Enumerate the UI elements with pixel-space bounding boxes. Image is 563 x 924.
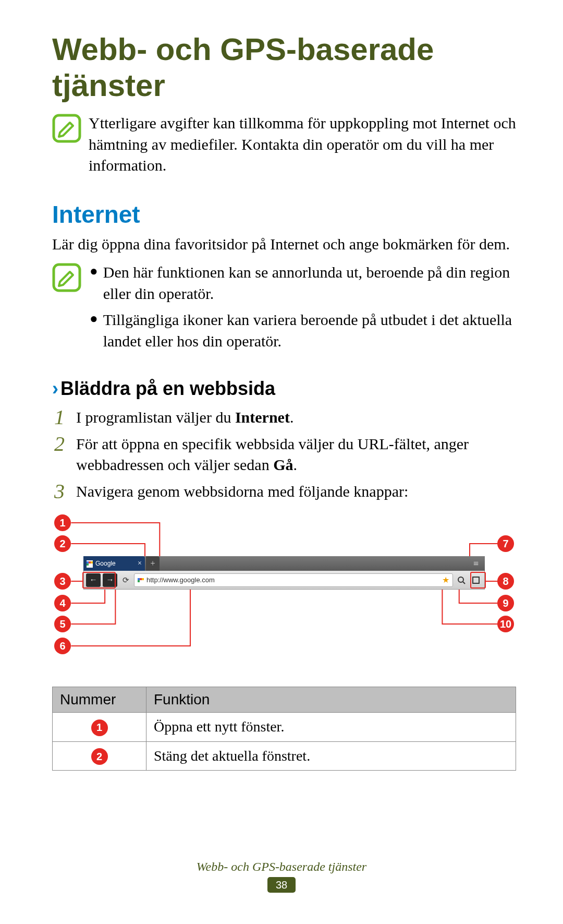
fullscreen-icon[interactable] [470,574,482,586]
svg-point-12 [458,577,463,582]
callout-3: 3 [54,573,71,590]
sub-heading-text: Bläddra på en webbsida [60,378,275,399]
chevron-icon: › [52,378,58,399]
callout-10: 10 [497,616,514,632]
bullet-list: ● Den här funktionen kan se annorlunda u… [89,262,516,357]
address-row: ← → ⟳ http://www.google.com ★ [83,571,485,590]
note-icon [52,114,81,145]
browser-tab[interactable]: Google × [83,556,145,571]
step-number: 1 [52,407,67,428]
menu-icon[interactable]: ≡ [467,556,485,571]
refresh-button[interactable]: ⟳ [119,574,132,586]
bullet-text: Den här funktionen kan se annorlunda ut,… [103,262,516,304]
note-block-2: ● Den här funktionen kan se annorlunda u… [52,262,516,357]
close-icon[interactable]: × [138,559,142,568]
svg-rect-5 [91,561,93,563]
callout-1: 1 [54,514,71,531]
svg-rect-11 [138,580,140,582]
callout-5: 5 [54,616,71,632]
bookmark-star-icon[interactable]: ★ [442,575,449,585]
callout-9: 9 [497,595,514,611]
table-header-number: Nummer [53,687,146,713]
row-badge: 2 [91,748,108,765]
tab-label: Google [95,560,135,567]
table-row: 2 Stäng det aktuella fönstret. [53,741,516,771]
url-field[interactable]: http://www.google.com ★ [134,573,453,587]
callout-7: 7 [497,535,514,552]
step-number: 2 [52,434,67,454]
svg-rect-0 [54,115,80,141]
step-number: 3 [52,481,67,502]
note-block-1: Ytterligare avgifter kan tillkomma för u… [52,113,516,176]
favicon-icon [87,560,93,567]
step-list: 1 I programlistan väljer du Internet. 2 … [52,407,516,502]
browser-bar: Google × + ≡ ← → ⟳ http://www.google.com… [83,556,485,590]
svg-rect-3 [87,561,89,563]
favicon-icon [138,577,144,583]
svg-line-13 [463,582,465,584]
function-table: Nummer Funktion 1 Öppna ett nytt fönster… [52,687,516,771]
url-text: http://www.google.com [146,576,439,584]
callout-2: 2 [54,535,71,552]
table-row: 1 Öppna ett nytt fönster. [53,713,516,742]
page-title: Webb- och GPS-baserade tjänster [52,31,516,103]
step-text: För att öppna en specifik webbsida välje… [76,434,516,476]
table-header-function: Funktion [146,687,516,713]
svg-rect-1 [54,265,80,291]
row-function: Stäng det aktuella fönstret. [146,741,516,771]
callout-8: 8 [497,573,514,590]
bullet-text: Tillgängliga ikoner kan variera beroende… [103,309,516,352]
svg-rect-10 [142,578,144,580]
step-item: 3 Navigera genom webbsidorna med följand… [52,481,516,502]
bullet-icon: ● [89,309,98,328]
note-text-1: Ytterligare avgifter kan tillkomma för u… [89,113,516,176]
sub-heading: ›Bläddra på en webbsida [52,378,516,400]
list-item: ● Den här funktionen kan se annorlunda u… [89,262,516,304]
step-text: Navigera genom webbsidorna med följande … [76,481,408,502]
svg-rect-14 [473,577,479,583]
callout-4: 4 [54,595,71,611]
svg-rect-6 [87,563,89,566]
step-item: 2 För att öppna en specifik webbsida väl… [52,434,516,476]
bullet-icon: ● [89,262,98,281]
intro-text: Lär dig öppna dina favoritsidor på Inter… [52,234,516,255]
browser-diagram: 1 2 3 4 5 6 7 8 9 10 Google × + ≡ ← [52,514,516,671]
note-icon [52,263,81,294]
row-function: Öppna ett nytt fönster. [146,713,516,742]
list-item: ● Tillgängliga ikoner kan variera beroen… [89,309,516,352]
row-badge: 1 [91,719,108,736]
tab-row: Google × + ≡ [83,556,485,571]
back-button[interactable]: ← [86,573,101,587]
page-footer: Webb- och GPS-baserade tjänster 38 [0,860,563,893]
step-text: I programlistan väljer du Internet. [76,407,293,428]
step-item: 1 I programlistan väljer du Internet. [52,407,516,428]
forward-button[interactable]: → [103,573,117,587]
footer-title: Webb- och GPS-baserade tjänster [0,860,563,874]
new-tab-button[interactable]: + [146,556,160,571]
search-icon[interactable] [455,574,468,586]
svg-rect-8 [138,578,140,580]
callout-6: 6 [54,638,71,654]
svg-rect-9 [140,578,142,580]
section-title: Internet [52,200,516,229]
svg-rect-4 [89,561,91,563]
page-number: 38 [267,877,296,893]
